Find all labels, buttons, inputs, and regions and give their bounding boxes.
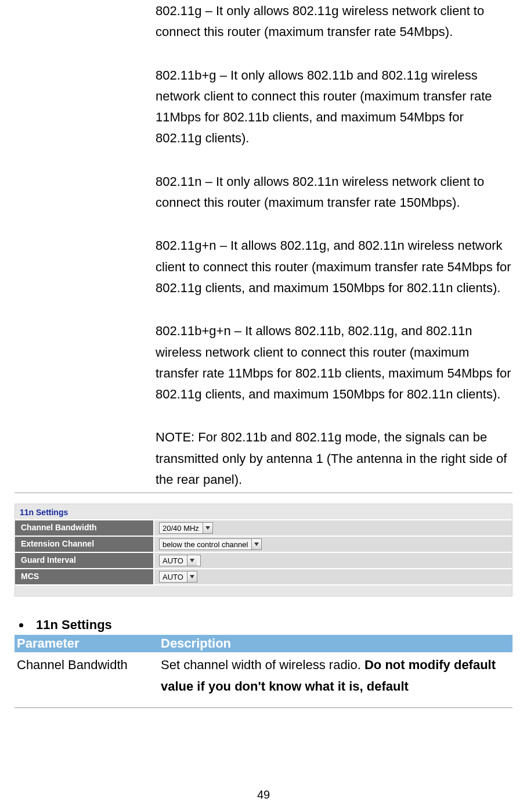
def-note: NOTE: For 802.11b and 802.11g mode, the … [155, 426, 512, 493]
bullet-dot-icon [19, 623, 23, 627]
select-mcs-value: AUTO [163, 573, 187, 581]
bullet-11n-settings: 11n Settings [15, 617, 512, 633]
settings-panel-11n: 11n Settings Channel Bandwidth 20/40 MHz… [15, 504, 512, 597]
chevron-down-icon [187, 572, 197, 582]
def-80211n: 802.11n – It only allows 802.11n wireles… [155, 171, 512, 216]
svg-marker-3 [190, 575, 194, 579]
chevron-down-icon [251, 539, 261, 549]
settings-panel-title: 11n Settings [20, 508, 68, 517]
svg-marker-2 [190, 559, 194, 562]
row-channel-bandwidth: Channel Bandwidth 20/40 MHz [15, 519, 512, 536]
label-mcs: MCS [15, 569, 154, 584]
chevron-down-icon [203, 523, 212, 533]
row-extension-channel: Extension Channel below the control chan… [15, 536, 512, 552]
select-channel-bandwidth-value: 20/40 MHz [163, 524, 203, 533]
svg-marker-1 [254, 542, 259, 546]
def-80211gn: 802.11g+n – It allows 802.11g, and 802.1… [155, 235, 512, 301]
desc-channel-bandwidth-pre: Set channel width of wireless radio. [161, 657, 364, 672]
header-description: Description [158, 635, 512, 652]
param-channel-bandwidth: Channel Bandwidth [15, 652, 158, 699]
header-parameter: Parameter [15, 635, 158, 652]
select-guard-interval[interactable]: AUTO [159, 555, 201, 566]
label-guard-interval: Guard Interval [15, 553, 154, 568]
page-number: 49 [0, 788, 527, 802]
chevron-down-icon [187, 555, 197, 566]
def-80211g: 802.11g – It only allows 802.11g wireles… [155, 0, 512, 45]
label-extension-channel: Extension Channel [15, 537, 154, 552]
def-80211bg: 802.11b+g – It only allows 802.11b and 8… [155, 64, 512, 152]
label-channel-bandwidth: Channel Bandwidth [15, 520, 154, 536]
select-extension-channel[interactable]: below the control channel [159, 538, 262, 550]
select-channel-bandwidth[interactable]: 20/40 MHz [159, 522, 213, 534]
row-mcs: MCS AUTO [15, 568, 512, 584]
select-guard-interval-value: AUTO [163, 556, 187, 565]
param-description-table: Parameter Description Channel Bandwidth … [15, 635, 512, 699]
row-guard-interval: Guard Interval AUTO [15, 552, 512, 568]
bullet-heading-text: 11n Settings [36, 617, 112, 633]
def-80211bgn: 802.11b+g+n – It allows 802.11b, 802.11g… [155, 320, 512, 407]
svg-marker-0 [205, 526, 210, 530]
select-mcs[interactable]: AUTO [159, 571, 197, 583]
select-extension-channel-value: below the control channel [163, 540, 251, 549]
mode-definitions-table: 802.11g – It only allows 802.11g wireles… [15, 0, 512, 493]
bottom-rule [15, 707, 512, 708]
desc-channel-bandwidth: Set channel width of wireless radio. Do … [158, 652, 512, 699]
